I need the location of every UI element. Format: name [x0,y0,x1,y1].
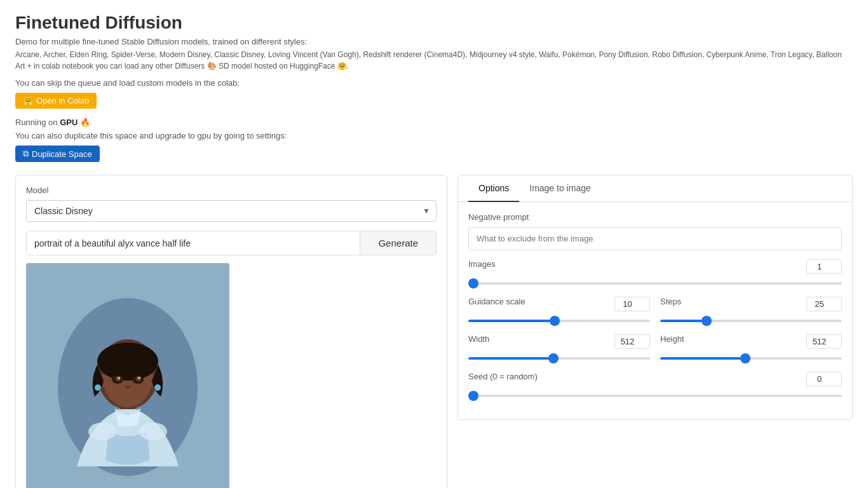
width-col: Width [468,334,650,362]
seed-slider[interactable] [468,395,842,397]
guidance-slider[interactable] [468,320,650,322]
tab-options[interactable]: Options [468,175,519,202]
colab-icon: 🤗 [23,96,33,105]
guidance-label: Guidance scale [468,297,526,306]
main-layout: Model Classic Disney Arcane Archer Elden… [15,175,853,488]
duplicate-info: You can also duplicate this space and up… [15,131,853,140]
prompt-row: Generate [26,231,437,255]
model-select-wrapper: Classic Disney Arcane Archer Elden Ring … [26,200,437,222]
negative-prompt-input[interactable] [468,227,842,250]
generate-button[interactable]: Generate [360,231,436,255]
left-panel: Model Classic Disney Arcane Archer Elden… [15,175,447,488]
svg-point-15 [154,384,161,391]
generated-image [26,263,229,488]
steps-col: Steps [660,297,842,324]
negative-prompt-label: Negative prompt [468,212,842,222]
duplicate-space-button[interactable]: ⧉ Duplicate Space [15,146,100,162]
running-info: Running on GPU 🔥 [15,118,853,127]
svg-point-13 [138,377,140,379]
model-label: Model [26,186,437,195]
model-links: Arcane, Archer, Elden Ring, Spider-Verse… [15,49,853,72]
seed-row: Seed (0 = random) [468,372,842,386]
height-value[interactable] [806,334,842,349]
images-slider-container: Images [468,259,842,287]
images-row: Images [468,259,842,274]
prompt-input[interactable] [27,231,360,255]
height-slider[interactable] [660,357,842,360]
svg-point-18 [139,423,167,440]
images-value[interactable] [806,259,842,274]
tab-image-to-image[interactable]: Image to image [519,175,601,202]
guidance-col: Guidance scale [468,297,650,324]
seed-value[interactable] [806,372,842,386]
tabs: Options Image to image [458,175,852,202]
svg-point-14 [95,384,101,391]
right-panel: Options Image to image Negative prompt I… [458,175,853,420]
width-label: Width [468,334,489,344]
guidance-value[interactable] [614,297,650,311]
svg-point-12 [118,377,120,379]
height-label: Height [660,334,684,344]
steps-label: Steps [660,297,681,306]
seed-label: Seed (0 = random) [468,372,538,381]
dual-guidance-steps: Guidance scale Steps [468,297,842,324]
queue-info: You can skip the queue and load custom m… [15,78,853,88]
dual-width-height: Width Height [468,334,842,362]
open-in-colab-button[interactable]: 🤗 Open in Colab [15,93,97,109]
svg-point-17 [88,423,116,440]
width-slider[interactable] [468,357,650,360]
steps-slider[interactable] [660,320,842,322]
options-content: Negative prompt Images Guidance scale [458,202,852,419]
duplicate-icon: ⧉ [23,149,29,159]
model-select[interactable]: Classic Disney Arcane Archer Elden Ring … [26,200,437,222]
steps-value[interactable] [806,297,842,311]
seed-slider-container: Seed (0 = random) [468,372,842,399]
images-label: Images [468,259,496,269]
height-col: Height [660,334,842,362]
page-title: Finetuned Diffusion [15,13,853,33]
width-value[interactable] [614,334,650,349]
images-slider[interactable] [468,282,842,285]
svg-point-7 [97,342,158,381]
subtitle: Demo for multiple fine-tuned Stable Diff… [15,37,853,46]
